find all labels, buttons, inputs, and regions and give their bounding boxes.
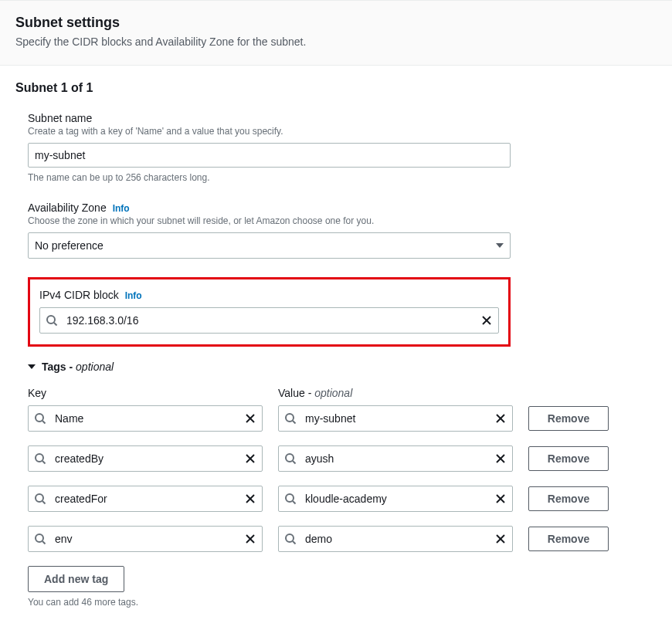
- subnet-name-input[interactable]: [28, 143, 511, 168]
- subnet-name-description: Create a tag with a key of 'Name' and a …: [28, 126, 511, 137]
- tags-key-header: Key: [28, 387, 263, 399]
- tag-row: Remove: [28, 445, 615, 472]
- tag-value-input[interactable]: [278, 526, 513, 552]
- subnet-name-field: Subnet name Create a tag with a key of '…: [28, 112, 511, 183]
- tag-key-input[interactable]: [28, 445, 263, 472]
- remove-tag-button[interactable]: Remove: [528, 406, 609, 431]
- clear-icon[interactable]: [480, 314, 493, 327]
- tags-label: Tags -: [42, 361, 76, 373]
- availability-zone-select[interactable]: No preference: [28, 232, 511, 259]
- add-tag-button[interactable]: Add new tag: [28, 566, 124, 592]
- availability-zone-info-link[interactable]: Info: [113, 203, 130, 214]
- clear-icon[interactable]: [494, 493, 507, 505]
- page-description: Specify the CIDR blocks and Availability…: [15, 36, 657, 48]
- tags-value-optional: optional: [314, 387, 352, 399]
- tag-value-input[interactable]: [278, 405, 513, 432]
- tags-toggle[interactable]: Tags - optional: [28, 361, 657, 373]
- tags-value-header: Value -: [278, 387, 314, 399]
- tags-grid: Key Value - optional RemoveRemoveRemoveR…: [28, 387, 615, 552]
- subnet-name-hint: The name can be up to 256 characters lon…: [28, 172, 511, 183]
- tags-optional: optional: [76, 361, 114, 373]
- clear-icon[interactable]: [244, 533, 256, 545]
- tag-key-input[interactable]: [28, 486, 263, 512]
- tag-value-input[interactable]: [278, 445, 513, 472]
- clear-icon[interactable]: [244, 412, 256, 425]
- tag-value-input[interactable]: [278, 486, 513, 512]
- subnet-section: Subnet 1 of 1 Subnet name Create a tag w…: [0, 66, 672, 623]
- page-title: Subnet settings: [15, 15, 657, 31]
- clear-icon[interactable]: [494, 412, 507, 425]
- availability-zone-field: Availability Zone Info Choose the zone i…: [28, 202, 511, 259]
- clear-icon[interactable]: [494, 533, 507, 545]
- cidr-label: IPv4 CIDR block: [39, 289, 119, 301]
- clear-icon[interactable]: [494, 452, 507, 465]
- cidr-info-link[interactable]: Info: [125, 290, 142, 301]
- subnet-counter: Subnet 1 of 1: [15, 81, 657, 95]
- subnet-name-label: Subnet name: [28, 112, 511, 124]
- caret-down-icon: [28, 364, 36, 369]
- add-tag-hint: You can add 46 more tags.: [28, 597, 657, 608]
- tag-row: Remove: [28, 405, 615, 432]
- settings-header: Subnet settings Specify the CIDR blocks …: [0, 0, 672, 66]
- cidr-field-highlight: IPv4 CIDR block Info: [28, 277, 511, 347]
- clear-icon[interactable]: [244, 493, 256, 505]
- availability-zone-description: Choose the zone in which your subnet wil…: [28, 215, 511, 226]
- tag-row: Remove: [28, 486, 615, 512]
- remove-tag-button[interactable]: Remove: [528, 446, 609, 471]
- availability-zone-selected: No preference: [35, 239, 104, 252]
- add-tag-section: Add new tag You can add 46 more tags.: [28, 566, 657, 608]
- tag-row: Remove: [28, 526, 615, 552]
- availability-zone-label: Availability Zone: [28, 202, 107, 214]
- cidr-input[interactable]: [39, 307, 499, 334]
- tag-key-input[interactable]: [28, 405, 263, 432]
- chevron-down-icon: [496, 243, 504, 248]
- remove-tag-button[interactable]: Remove: [528, 527, 609, 551]
- remove-tag-button[interactable]: Remove: [528, 486, 609, 511]
- tag-key-input[interactable]: [28, 526, 263, 552]
- clear-icon[interactable]: [244, 452, 256, 465]
- tags-header: Key Value - optional: [28, 387, 615, 399]
